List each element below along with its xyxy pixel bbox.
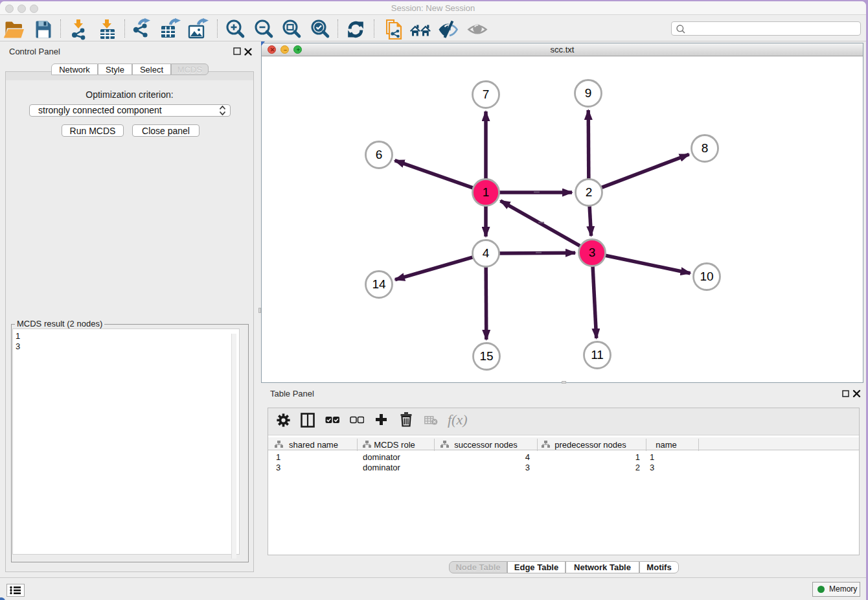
- svg-text:15: 15: [479, 349, 493, 363]
- svg-text:10: 10: [700, 270, 713, 283]
- svg-text:4: 4: [483, 246, 490, 260]
- svg-text:9: 9: [585, 86, 592, 100]
- svg-text:6: 6: [376, 148, 383, 161]
- svg-text:3: 3: [589, 246, 596, 259]
- svg-text:8: 8: [702, 141, 709, 155]
- svg-text:11: 11: [591, 348, 604, 362]
- svg-text:14: 14: [372, 277, 386, 291]
- svg-text:2: 2: [586, 185, 593, 199]
- svg-text:1: 1: [483, 185, 490, 199]
- svg-text:7: 7: [483, 87, 490, 101]
